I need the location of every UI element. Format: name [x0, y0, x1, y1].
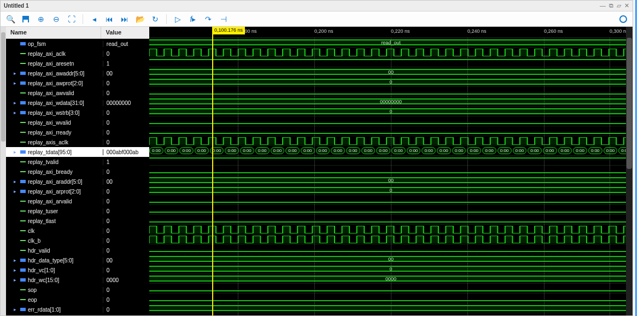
- column-name[interactable]: Name: [6, 27, 101, 38]
- signal-name: replay_tuser: [28, 208, 58, 214]
- signal-row[interactable]: replay_axi_bready0: [6, 167, 149, 177]
- signal-row[interactable]: eop0: [6, 295, 149, 305]
- previous-edge-icon[interactable]: ◂: [90, 15, 98, 24]
- signal-row[interactable]: ▸hdr_wc[15:0]0000: [6, 275, 149, 285]
- zoom-out-icon[interactable]: ⊖: [52, 15, 61, 24]
- wire-icon: [20, 130, 26, 135]
- signal-row[interactable]: ▸err_rdata[1:0]0: [6, 305, 149, 314]
- signal-row[interactable]: replay_axi_aclk0: [6, 49, 149, 58]
- signal-row[interactable]: ▸replay_axi_wdata[31:0]00000000: [6, 98, 149, 108]
- wire-icon: [20, 228, 26, 233]
- zoom-in-icon[interactable]: ⊕: [37, 15, 45, 24]
- signal-row[interactable]: clk0: [6, 226, 149, 236]
- signal-row[interactable]: replay_axi_arvalid0: [6, 196, 149, 206]
- signal-value: 0: [103, 120, 149, 126]
- zoom-fit-icon[interactable]: ⛶: [67, 15, 76, 24]
- wire-icon: [20, 208, 26, 214]
- signal-name: replay_axi_awaddr[5:0]: [28, 71, 84, 77]
- restore-button[interactable]: ⧉: [609, 2, 613, 9]
- signal-row[interactable]: replay_axis_aclk0: [6, 137, 149, 147]
- signal-name: err_rdata[1:0]: [28, 307, 61, 313]
- signal-row[interactable]: ▸hdr_vc[1:0]0: [6, 265, 149, 275]
- window-title: Untitled 1: [4, 3, 29, 9]
- signal-name: op_fsm: [28, 41, 46, 47]
- signal-value: 0: [103, 238, 149, 244]
- signal-row[interactable]: sop0: [6, 285, 149, 295]
- signal-row[interactable]: replay_tuser0: [6, 206, 149, 216]
- signal-row[interactable]: ▸replay_axi_araddr[5:0]00: [6, 177, 149, 186]
- signal-value: 0: [103, 228, 149, 234]
- signal-list[interactable]: op_fsmread_outreplay_axi_aclk0replay_axi…: [6, 39, 149, 315]
- ruler-tick: 0,220 ns: [391, 28, 410, 34]
- maximize-button[interactable]: ▱: [617, 2, 621, 9]
- minimize-button[interactable]: —: [600, 2, 606, 9]
- bus-icon: [20, 189, 26, 194]
- first-icon[interactable]: ⏮: [105, 15, 114, 24]
- wave-scrollbar[interactable]: [626, 27, 633, 315]
- wave-ruler[interactable]: 0,100.176 ns 0,100 ns0,200 ns0,220 ns0,2…: [149, 27, 633, 38]
- signal-row[interactable]: op_fsmread_out: [6, 39, 149, 49]
- continue-icon[interactable]: ⊣: [219, 15, 228, 24]
- sidebar-scrollbar[interactable]: [1, 27, 6, 315]
- signal-row[interactable]: replay_tvalid1: [6, 157, 149, 167]
- bus-icon: [20, 41, 26, 46]
- signal-value: read_out: [103, 41, 149, 47]
- signal-value: 0: [103, 267, 149, 273]
- signal-value: 0: [103, 198, 149, 204]
- waveform-area[interactable]: 0,100.176 ns 0,100 ns0,200 ns0,220 ns0,2…: [149, 27, 633, 315]
- signal-value: 0: [103, 189, 149, 195]
- column-value[interactable]: Value: [101, 27, 149, 38]
- signal-name: replay_axi_bready: [28, 169, 73, 175]
- signal-row[interactable]: replay_axi_rready0: [6, 127, 149, 137]
- waveform-body[interactable]: read_out0000000000000:000:000:000:000:00…: [149, 38, 633, 315]
- bus-icon: [20, 277, 26, 283]
- open-icon[interactable]: 📂: [136, 15, 144, 24]
- wire-icon: [20, 169, 26, 174]
- signal-row[interactable]: ▸replay_axi_arprot[2:0]0: [6, 186, 149, 196]
- signal-value: 1: [103, 159, 149, 165]
- wire-icon: [20, 90, 26, 96]
- bus-icon: [20, 80, 26, 86]
- cursor-line[interactable]: [212, 27, 213, 315]
- signal-row[interactable]: replay_axi_awvalid0: [6, 88, 149, 98]
- signal-row[interactable]: replay_tlast0: [6, 216, 149, 226]
- signal-row[interactable]: replay_axi_aresetn1: [6, 58, 149, 68]
- signal-name: clk_b: [28, 238, 40, 244]
- ruler-tick: 0,260 ns: [544, 28, 563, 34]
- signal-value: 0: [103, 297, 149, 303]
- signal-value: 000abf000ab: [103, 149, 149, 155]
- cursor-label[interactable]: 0,100.176 ns: [212, 27, 245, 34]
- close-button[interactable]: ✕: [624, 2, 629, 9]
- signal-value: 0: [103, 51, 149, 57]
- signal-value: 0: [103, 169, 149, 175]
- last-icon[interactable]: ⏭: [120, 15, 129, 24]
- signal-row[interactable]: clk_b0: [6, 236, 149, 245]
- signal-row[interactable]: ▸replay_axi_wstrb[3:0]0: [6, 108, 149, 118]
- wire-icon: [20, 238, 26, 243]
- settings-icon[interactable]: [619, 15, 627, 23]
- signal-value: 0: [103, 307, 149, 313]
- reload-icon[interactable]: ↻: [151, 15, 160, 24]
- search-icon[interactable]: 🔍: [6, 15, 15, 24]
- signal-row[interactable]: ▸replay_tdata[95:0]000abf000ab: [6, 147, 149, 157]
- wire-icon: [20, 139, 26, 145]
- signal-name: hdr_vc[1:0]: [28, 267, 55, 273]
- signal-row[interactable]: ▸replay_axi_awaddr[5:0]00: [6, 68, 149, 78]
- signal-name: hdr_valid: [28, 248, 50, 254]
- step-icon[interactable]: f▸: [189, 15, 197, 24]
- sidebar-scrollbar-thumb[interactable]: [1, 32, 5, 142]
- wire-icon: [20, 120, 26, 125]
- wire-icon: [20, 287, 26, 292]
- signal-row[interactable]: ▸hdr_data_type[5:0]00: [6, 255, 149, 265]
- bus-icon: [20, 71, 26, 76]
- signal-name: replay_tdata[95:0]: [28, 149, 72, 155]
- wave-scrollbar-thumb[interactable]: [627, 38, 632, 169]
- signal-row[interactable]: replay_axi_wvalid0: [6, 118, 149, 127]
- signal-row[interactable]: ▸replay_axi_awprot[2:0]0: [6, 78, 149, 88]
- signal-row[interactable]: hdr_valid0: [6, 245, 149, 255]
- signal-name: replay_axi_arprot[2:0]: [28, 189, 81, 195]
- save-icon[interactable]: [21, 15, 30, 24]
- signal-value: 00: [103, 71, 149, 77]
- run-icon[interactable]: ▷: [173, 15, 182, 24]
- step-over-icon[interactable]: ↷: [204, 15, 213, 24]
